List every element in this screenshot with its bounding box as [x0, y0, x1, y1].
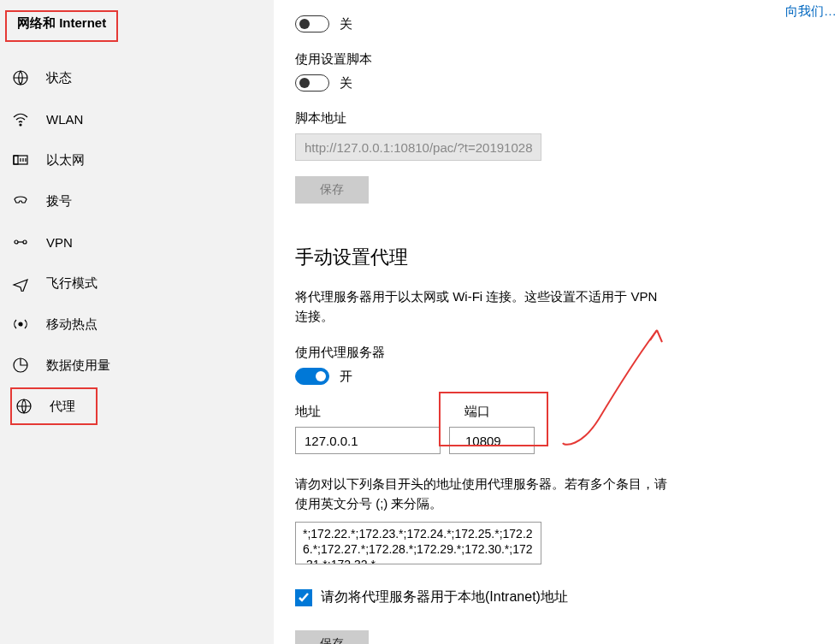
auto-detect-toggle[interactable]: [295, 15, 329, 32]
auto-detect-toggle-label: 关: [340, 16, 352, 32]
use-proxy-toggle[interactable]: [295, 368, 329, 385]
sidebar-item-label: 移动热点: [46, 316, 98, 333]
datausage-icon: [12, 357, 29, 374]
sidebar-item-datausage[interactable]: 数据使用量: [0, 345, 274, 386]
use-proxy-toggle-label: 开: [340, 369, 352, 385]
svg-point-5: [23, 240, 27, 244]
address-label: 地址: [295, 404, 441, 420]
port-label: 端口: [449, 404, 535, 420]
airplane-icon: [12, 275, 29, 292]
globe-icon: [15, 398, 33, 415]
main-content: 关 使用设置脚本 关 脚本地址 保存 手动设置代理 将代理服务器用于以太网或 W…: [295, 0, 840, 644]
local-bypass-label: 请勿将代理服务器用于本地(Intranet)地址: [321, 588, 568, 606]
sidebar-item-label: 飞行模式: [46, 275, 98, 292]
use-proxy-label: 使用代理服务器: [295, 345, 840, 361]
use-script-toggle-label: 关: [340, 75, 352, 92]
manual-section-title: 手动设置代理: [295, 245, 840, 270]
svg-rect-3: [14, 156, 18, 164]
sidebar-item-vpn[interactable]: VPN: [0, 222, 274, 263]
address-input[interactable]: [295, 427, 441, 454]
sidebar-item-label: WLAN: [46, 112, 83, 127]
svg-point-4: [15, 240, 18, 244]
manual-description: 将代理服务器用于以太网或 Wi-Fi 连接。这些设置不适用于 VPN 连接。: [295, 287, 671, 326]
dialup-icon: [12, 192, 29, 210]
sidebar-item-label: VPN: [46, 235, 73, 250]
sidebar-item-airplane[interactable]: 飞行模式: [0, 263, 274, 304]
sidebar-item-label: 拨号: [46, 193, 72, 210]
status-icon: [12, 69, 29, 86]
sidebar-item-hotspot[interactable]: 移动热点: [0, 304, 274, 345]
manual-save-button[interactable]: 保存: [295, 630, 369, 644]
script-address-input: [295, 133, 541, 161]
sidebar-item-label: 以太网: [46, 152, 85, 168]
sidebar: 网络和 Internet 状态 WLAN 以太网 拨号 VPN 飞行模: [0, 0, 274, 644]
use-script-heading: 使用设置脚本: [295, 51, 840, 68]
script-address-label: 脚本地址: [295, 110, 840, 127]
ethernet-icon: [12, 151, 29, 168]
vpn-icon: [12, 233, 29, 251]
exclude-description: 请勿对以下列条目开头的地址使用代理服务器。若有多个条目，请使用英文分号 (;) …: [295, 475, 671, 513]
sidebar-item-label: 代理: [50, 399, 75, 415]
svg-point-6: [19, 322, 22, 326]
exclude-textarea[interactable]: [295, 522, 541, 564]
sidebar-item-proxy[interactable]: 代理: [0, 386, 274, 427]
hotspot-icon: [12, 316, 29, 333]
sidebar-item-status[interactable]: 状态: [0, 57, 274, 98]
sidebar-item-wlan[interactable]: WLAN: [0, 98, 274, 139]
use-script-toggle[interactable]: [295, 74, 329, 92]
sidebar-header: 网络和 Internet: [5, 10, 118, 42]
port-input[interactable]: [449, 427, 535, 454]
auto-save-button[interactable]: 保存: [295, 176, 369, 204]
sidebar-item-label: 状态: [46, 70, 72, 86]
svg-point-1: [20, 124, 21, 126]
feedback-link[interactable]: 向我们…: [785, 3, 837, 20]
local-bypass-checkbox[interactable]: [295, 589, 312, 606]
sidebar-item-ethernet[interactable]: 以太网: [0, 139, 274, 180]
wifi-icon: [12, 110, 29, 127]
sidebar-item-label: 数据使用量: [46, 357, 110, 374]
sidebar-item-dialup[interactable]: 拨号: [0, 180, 274, 222]
